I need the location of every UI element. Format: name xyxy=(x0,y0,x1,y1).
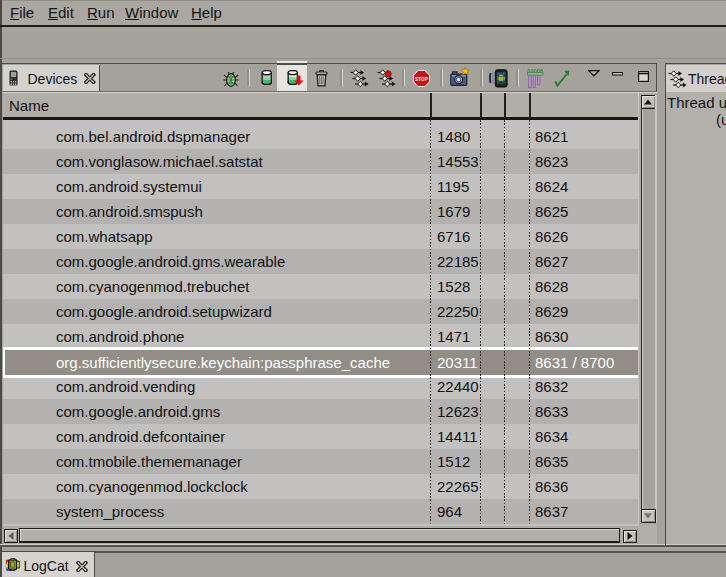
svg-text:STOP: STOP xyxy=(415,76,428,81)
